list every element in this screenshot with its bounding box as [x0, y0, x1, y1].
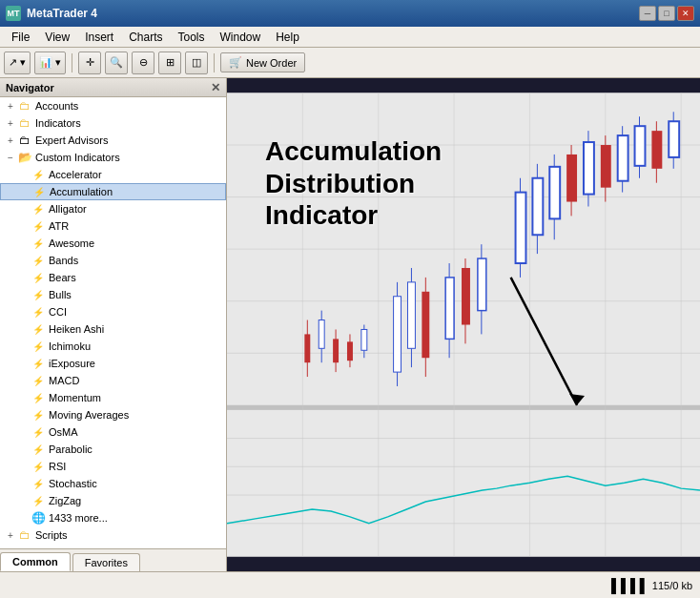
folder-icon-custom: 📂: [17, 150, 32, 165]
nav-label-bulls: Bulls: [49, 289, 72, 300]
nav-label-zigzag: ZigZag: [49, 495, 81, 506]
toggle-indicators[interactable]: +: [4, 116, 17, 130]
nav-tree[interactable]: + 🗀 Accounts + 🗀 Indicators + 🗀 Expert A…: [0, 97, 226, 548]
nav-label-parabolic: Parabolic: [49, 443, 93, 455]
navigator-title: Navigator: [6, 82, 54, 93]
dropdown-icon: ▾: [20, 56, 26, 69]
svg-rect-36: [445, 278, 454, 339]
nav-item-zigzag[interactable]: ⚡ ZigZag: [0, 492, 226, 509]
new-order-button[interactable]: 🛒 New Order: [220, 52, 305, 72]
item-icon-rsi: ⚡: [31, 459, 46, 474]
toolbar-sep1: [72, 53, 72, 72]
app-title: MetaTrader 4: [27, 7, 97, 20]
nav-label-heiken-ashi: Heiken Ashi: [49, 323, 104, 335]
item-icon-parabolic: ⚡: [31, 442, 46, 457]
item-icon-moving-averages: ⚡: [31, 407, 46, 423]
nav-item-custom-indicators[interactable]: − 📂 Custom Indicators: [0, 149, 226, 166]
nav-item-bands[interactable]: ⚡ Bands: [0, 252, 226, 269]
toolbar-sep2: [214, 53, 215, 72]
toolbar-btn-period[interactable]: ◫: [185, 52, 208, 74]
close-button[interactable]: ✕: [677, 6, 694, 21]
nav-item-accelerator[interactable]: ⚡ Accelerator: [0, 166, 226, 183]
svg-rect-24: [333, 339, 339, 362]
nav-item-bulls[interactable]: ⚡ Bulls: [0, 286, 226, 303]
nav-item-accounts[interactable]: + 🗀 Accounts: [0, 97, 226, 114]
svg-rect-20: [304, 334, 310, 362]
nav-item-scripts[interactable]: + 🗀 Scripts: [0, 526, 226, 544]
toolbar-btn-zoom-in[interactable]: 🔍: [105, 52, 128, 74]
status-bar: ▐▐▐▐ 115/0 kb: [0, 571, 700, 598]
nav-item-atr[interactable]: ⚡ ATR: [0, 217, 226, 235]
svg-rect-26: [347, 341, 353, 361]
nav-label-accelerator: Accelerator: [49, 169, 102, 180]
navigator-panel: Navigator ✕ + 🗀 Accounts + 🗀 Indicators …: [0, 78, 227, 571]
title-bar: MT MetaTrader 4 ─ □ ✕: [0, 0, 700, 27]
nav-label-bands: Bands: [49, 255, 78, 266]
toggle-scripts[interactable]: +: [4, 528, 17, 542]
svg-rect-2: [227, 410, 700, 557]
nav-item-iexposure[interactable]: ⚡ iExposure: [0, 355, 226, 372]
nav-item-alligator[interactable]: ⚡ Alligator: [0, 200, 226, 217]
menu-window[interactable]: Window: [213, 29, 269, 46]
menu-charts[interactable]: Charts: [121, 29, 170, 46]
tab-common[interactable]: Common: [0, 552, 71, 571]
nav-item-expert-advisors[interactable]: + 🗀 Expert Advisors: [0, 132, 226, 149]
item-icon-bands: ⚡: [31, 253, 46, 268]
toolbar-btn-zoom-out[interactable]: ⊖: [132, 52, 154, 74]
menu-tools[interactable]: Tools: [171, 29, 213, 46]
nav-item-momentum[interactable]: ⚡ Momentum: [0, 389, 226, 406]
nav-item-macd[interactable]: ⚡ MACD: [0, 372, 226, 389]
nav-item-rsi[interactable]: ⚡ RSI: [0, 458, 226, 475]
nav-label-bears: Bears: [49, 272, 76, 283]
menu-file[interactable]: File: [4, 29, 37, 46]
item-icon-macd: ⚡: [31, 373, 46, 388]
chart-area[interactable]: Accumulation Distribution Indicator: [227, 78, 700, 571]
nav-item-indicators[interactable]: + 🗀 Indicators: [0, 114, 226, 132]
nav-tabs: Common Favorites: [0, 548, 226, 571]
arrow-icon: ↗: [9, 56, 17, 69]
svg-rect-30: [394, 297, 401, 372]
app-icon: MT: [6, 6, 21, 21]
nav-item-moving-averages[interactable]: ⚡ Moving Averages: [0, 406, 226, 423]
nav-item-parabolic[interactable]: ⚡ Parabolic: [0, 441, 226, 458]
toolbar-btn-crosshair[interactable]: ✛: [78, 52, 101, 74]
nav-label-custom-indicators: Custom Indicators: [35, 152, 120, 163]
menu-view[interactable]: View: [37, 29, 77, 46]
toolbar-btn-chart[interactable]: 📊 ▾: [34, 52, 66, 74]
svg-rect-50: [584, 142, 594, 195]
nav-item-ichimoku[interactable]: ⚡ Ichimoku: [0, 338, 226, 355]
menu-help[interactable]: Help: [268, 29, 307, 46]
svg-rect-54: [618, 135, 628, 181]
nav-label-scripts: Scripts: [35, 529, 68, 541]
toolbar-btn-scroll[interactable]: ⊞: [158, 52, 181, 74]
svg-rect-42: [516, 193, 526, 263]
restore-button[interactable]: □: [658, 6, 675, 21]
menu-insert[interactable]: Insert: [77, 29, 121, 46]
nav-label-rsi: RSI: [49, 461, 66, 472]
nav-item-more[interactable]: 🌐 1433 more...: [0, 509, 226, 526]
toggle-custom-indicators[interactable]: −: [4, 151, 17, 164]
nav-label-more: 1433 more...: [49, 512, 108, 524]
toggle-expert-advisors[interactable]: +: [4, 134, 17, 147]
nav-item-stochastic[interactable]: ⚡ Stochastic: [0, 475, 226, 492]
nav-item-accumulation[interactable]: ⚡ Accumulation: [0, 183, 226, 200]
chart-svg: [227, 78, 700, 571]
toolbar-btn-arrow[interactable]: ↗ ▾: [4, 52, 31, 74]
nav-item-bears[interactable]: ⚡ Bears: [0, 269, 226, 286]
toggle-accounts[interactable]: +: [4, 99, 17, 113]
svg-rect-3: [227, 405, 700, 410]
nav-item-awesome[interactable]: ⚡ Awesome: [0, 235, 226, 252]
navigator-close-button[interactable]: ✕: [211, 81, 220, 94]
chart-icon: 📊: [39, 56, 52, 69]
item-icon-bulls: ⚡: [31, 287, 46, 302]
item-icon-awesome: ⚡: [31, 236, 46, 251]
svg-rect-58: [651, 131, 662, 169]
item-icon-osma: ⚡: [31, 424, 46, 440]
tab-favorites[interactable]: Favorites: [72, 553, 140, 571]
nav-item-heiken-ashi[interactable]: ⚡ Heiken Ashi: [0, 320, 226, 338]
minimize-button[interactable]: ─: [639, 6, 656, 21]
nav-item-cci[interactable]: ⚡ CCI: [0, 303, 226, 320]
item-icon-heiken: ⚡: [31, 321, 46, 337]
nav-item-osma[interactable]: ⚡ OsMA: [0, 423, 226, 441]
folder-icon-accounts: 🗀: [17, 98, 32, 113]
